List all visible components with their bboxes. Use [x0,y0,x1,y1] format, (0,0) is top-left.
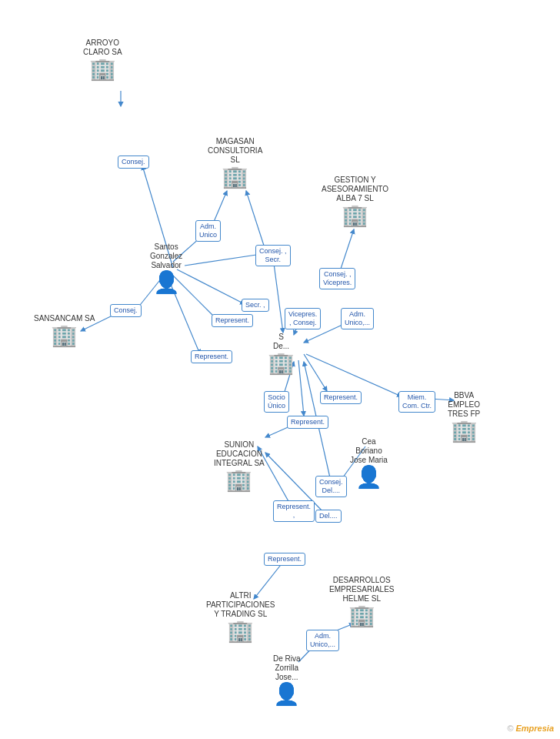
person-icon-deriva: 👤 [273,684,300,705]
badge-consej-secr[interactable]: Consej. ,Secr. [255,245,291,266]
badge-represent-del-1[interactable]: Represent., [273,500,315,522]
badge-represent-3[interactable]: Represent. [320,391,362,404]
badge-adm-unico-1[interactable]: Adm.Unico [195,220,221,242]
label-bbva: BBVAEMPLEOTRES FP [448,391,480,419]
building-icon-gestion: 🏢 [342,205,368,226]
label-santos: SantosGonzalezSalvador [150,242,182,270]
node-arroyo: ARROYO CLARO SA 🏢 [83,38,122,80]
node-bbva: BBVAEMPLEOTRES FP 🏢 [448,391,480,442]
node-sunion: SUNIONEDUCACIONINTEGRAL SA 🏢 [214,440,265,491]
badge-represent-5[interactable]: Represent. [264,553,305,566]
badge-consej-vicepres[interactable]: Consej. ,Vicepres. [319,268,355,289]
badge-secr[interactable]: Secr. , [242,299,269,312]
badge-del[interactable]: Del.... [315,510,342,523]
node-cea: CeaBorianoJose Maria 👤 [350,437,388,488]
network-diagram: ARROYO CLARO SA 🏢 MAGASANCONSULTORIASL 🏢… [0,0,560,739]
svg-line-27 [306,354,402,396]
watermark-brand: Empresia [515,724,554,733]
label-sansancam: SANSANCAM SA [34,314,95,323]
label-cea: CeaBorianoJose Maria [350,437,388,465]
badge-miem-com-ctr[interactable]: Miem.Com. Ctr. [398,391,435,413]
label-central: SDe... [273,333,289,351]
label-magasan: MAGASANCONSULTORIASL [208,137,262,165]
building-icon-arroyo: 🏢 [89,59,116,80]
watermark: © Empresia [507,724,554,733]
badge-consej-del[interactable]: Consej.Del.... [315,476,347,497]
node-santos: SantosGonzalezSalvador 👤 [150,242,182,293]
label-altri: ALTRIPARTICIPACIONESY TRADING SL [206,591,275,619]
badge-adm-unico-3[interactable]: Adm.Unico,... [306,630,339,651]
person-icon-santos: 👤 [153,272,180,293]
building-icon-central: 🏢 [268,353,295,374]
node-altri: ALTRIPARTICIPACIONESY TRADING SL 🏢 [206,591,275,642]
node-sansancam: SANSANCAM SA 🏢 [34,314,95,346]
badge-represent-1[interactable]: Represent. [212,314,253,327]
building-icon-magasan: 🏢 [222,166,248,188]
label-arroyo: ARROYO CLARO SA [83,38,122,57]
badge-consej-1[interactable]: Consej. [118,155,149,169]
building-icon-desarrollos: 🏢 [348,605,375,627]
label-deriva: De RivaZorrillaJose... [273,654,301,682]
label-sunion: SUNIONEDUCACIONINTEGRAL SA [214,440,265,468]
node-desarrollos: DESARROLLOSEMPRESARIALESHELME SL 🏢 [329,576,394,627]
svg-line-16 [304,354,327,391]
building-icon-bbva: 🏢 [451,420,478,442]
building-icon-sansancam: 🏢 [51,325,78,346]
node-magasan: MAGASANCONSULTORIASL 🏢 [208,137,262,188]
building-icon-altri: 🏢 [227,620,254,642]
badge-consej-2[interactable]: Consej. [110,304,142,317]
svg-line-17 [298,360,304,416]
person-icon-cea: 👤 [355,466,382,488]
building-icon-sunion: 🏢 [225,470,252,491]
badge-vicepres-consej[interactable]: Vicepres., Consej. [285,308,321,329]
badge-socio-unico[interactable]: SocioÚnico [264,391,289,413]
node-gestion: GESTION YASESORAMIENTOALBA 7 SL 🏢 [322,176,388,226]
node-deriva: De RivaZorrillaJose... 👤 [273,654,301,705]
label-gestion: GESTION YASESORAMIENTOALBA 7 SL [322,176,388,203]
badge-represent-2[interactable]: Represent. [191,350,232,363]
svg-line-3 [185,254,262,266]
svg-line-5 [246,191,265,250]
node-central: SDe... 🏢 [268,333,295,374]
badge-represent-4[interactable]: Represent. [287,416,328,429]
label-desarrollos: DESARROLLOSEMPRESARIALESHELME SL [329,576,394,604]
svg-line-7 [273,258,283,333]
svg-line-12 [177,269,245,304]
badge-adm-unico-2[interactable]: Adm.Unico,... [341,308,374,329]
